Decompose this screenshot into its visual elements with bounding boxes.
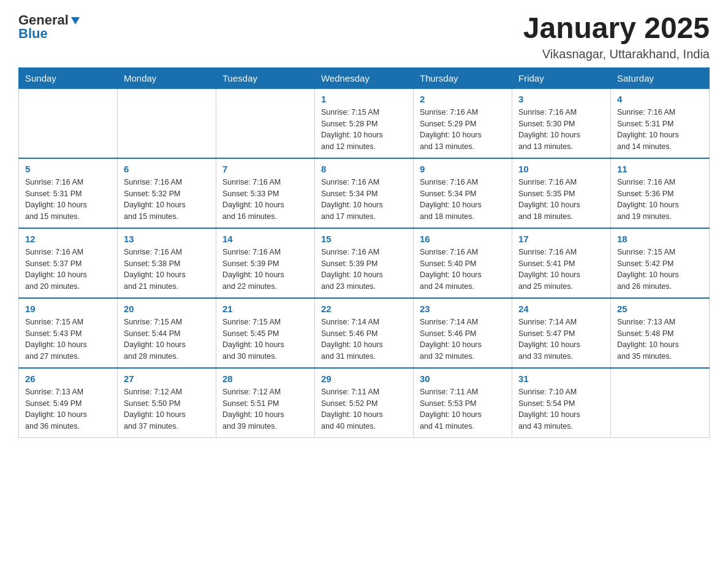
calendar-cell: 28Sunrise: 7:12 AMSunset: 5:51 PMDayligh…: [216, 368, 315, 438]
day-info: Sunrise: 7:16 AMSunset: 5:34 PMDaylight:…: [321, 177, 407, 223]
day-info: Sunrise: 7:12 AMSunset: 5:51 PMDaylight:…: [222, 386, 308, 432]
calendar-cell: [19, 88, 118, 158]
calendar-cell: 13Sunrise: 7:16 AMSunset: 5:38 PMDayligh…: [118, 228, 216, 298]
day-number: 28: [222, 373, 308, 384]
calendar-cell: 1Sunrise: 7:15 AMSunset: 5:28 PMDaylight…: [315, 88, 414, 158]
day-number: 10: [518, 164, 604, 174]
calendar-cell: [216, 88, 315, 158]
calendar-cell: 20Sunrise: 7:15 AMSunset: 5:44 PMDayligh…: [118, 298, 216, 368]
day-info: Sunrise: 7:14 AMSunset: 5:47 PMDaylight:…: [518, 316, 604, 362]
calendar-cell: 26Sunrise: 7:13 AMSunset: 5:49 PMDayligh…: [19, 368, 118, 438]
calendar-cell: 29Sunrise: 7:11 AMSunset: 5:52 PMDayligh…: [315, 368, 414, 438]
calendar-cell: [118, 88, 216, 158]
calendar-cell: 14Sunrise: 7:16 AMSunset: 5:39 PMDayligh…: [216, 228, 315, 298]
calendar-week-row: 12Sunrise: 7:16 AMSunset: 5:37 PMDayligh…: [19, 228, 710, 298]
calendar-week-row: 19Sunrise: 7:15 AMSunset: 5:43 PMDayligh…: [19, 298, 710, 368]
day-number: 7: [222, 164, 308, 174]
day-number: 6: [124, 164, 210, 174]
day-number: 5: [25, 164, 111, 174]
day-number: 27: [124, 373, 210, 384]
calendar-cell: 3Sunrise: 7:16 AMSunset: 5:30 PMDaylight…: [512, 88, 611, 158]
day-info: Sunrise: 7:16 AMSunset: 5:30 PMDaylight:…: [518, 107, 604, 153]
weekday-header-monday: Monday: [118, 67, 216, 88]
day-info: Sunrise: 7:15 AMSunset: 5:43 PMDaylight:…: [25, 316, 111, 362]
day-info: Sunrise: 7:13 AMSunset: 5:48 PMDaylight:…: [617, 316, 703, 362]
day-number: 22: [321, 304, 407, 314]
calendar-cell: 10Sunrise: 7:16 AMSunset: 5:35 PMDayligh…: [512, 158, 611, 228]
title-section: January 2025 Vikasnagar, Uttarakhand, In…: [523, 12, 710, 61]
calendar-cell: [611, 368, 710, 438]
day-info: Sunrise: 7:16 AMSunset: 5:34 PMDaylight:…: [420, 177, 506, 223]
calendar-cell: 4Sunrise: 7:16 AMSunset: 5:31 PMDaylight…: [611, 88, 710, 158]
calendar-cell: 7Sunrise: 7:16 AMSunset: 5:33 PMDaylight…: [216, 158, 315, 228]
day-info: Sunrise: 7:16 AMSunset: 5:40 PMDaylight:…: [420, 247, 506, 293]
weekday-header-wednesday: Wednesday: [315, 67, 414, 88]
day-number: 1: [321, 94, 407, 104]
calendar-cell: 17Sunrise: 7:16 AMSunset: 5:41 PMDayligh…: [512, 228, 611, 298]
calendar-cell: 12Sunrise: 7:16 AMSunset: 5:37 PMDayligh…: [19, 228, 118, 298]
day-info: Sunrise: 7:16 AMSunset: 5:39 PMDaylight:…: [222, 247, 308, 293]
day-number: 17: [518, 234, 604, 244]
calendar-title: January 2025: [523, 12, 710, 45]
day-number: 21: [222, 304, 308, 314]
day-info: Sunrise: 7:16 AMSunset: 5:31 PMDaylight:…: [617, 107, 703, 153]
day-info: Sunrise: 7:13 AMSunset: 5:49 PMDaylight:…: [25, 386, 111, 432]
day-number: 12: [25, 234, 111, 244]
day-number: 2: [420, 94, 506, 104]
calendar-cell: 15Sunrise: 7:16 AMSunset: 5:39 PMDayligh…: [315, 228, 414, 298]
day-info: Sunrise: 7:16 AMSunset: 5:29 PMDaylight:…: [420, 107, 506, 153]
calendar-week-row: 26Sunrise: 7:13 AMSunset: 5:49 PMDayligh…: [19, 368, 710, 438]
calendar-cell: 9Sunrise: 7:16 AMSunset: 5:34 PMDaylight…: [414, 158, 512, 228]
day-number: 9: [420, 164, 506, 174]
calendar-cell: 25Sunrise: 7:13 AMSunset: 5:48 PMDayligh…: [611, 298, 710, 368]
weekday-header-tuesday: Tuesday: [216, 67, 315, 88]
calendar-cell: 22Sunrise: 7:14 AMSunset: 5:46 PMDayligh…: [315, 298, 414, 368]
day-number: 26: [25, 373, 111, 384]
day-number: 8: [321, 164, 407, 174]
page-header: General Blue January 2025 Vikasnagar, Ut…: [18, 12, 710, 61]
calendar-cell: 16Sunrise: 7:16 AMSunset: 5:40 PMDayligh…: [414, 228, 512, 298]
day-number: 23: [420, 304, 506, 314]
weekday-header-saturday: Saturday: [611, 67, 710, 88]
calendar-cell: 30Sunrise: 7:11 AMSunset: 5:53 PMDayligh…: [414, 368, 512, 438]
svg-marker-0: [71, 17, 80, 25]
day-number: 25: [617, 304, 703, 314]
day-number: 18: [617, 234, 703, 244]
day-info: Sunrise: 7:16 AMSunset: 5:31 PMDaylight:…: [25, 177, 111, 223]
day-number: 31: [518, 373, 604, 384]
day-info: Sunrise: 7:11 AMSunset: 5:53 PMDaylight:…: [420, 386, 506, 432]
day-info: Sunrise: 7:16 AMSunset: 5:35 PMDaylight:…: [518, 177, 604, 223]
day-number: 4: [617, 94, 703, 104]
calendar-cell: 27Sunrise: 7:12 AMSunset: 5:50 PMDayligh…: [118, 368, 216, 438]
day-number: 11: [617, 164, 703, 174]
day-info: Sunrise: 7:12 AMSunset: 5:50 PMDaylight:…: [124, 386, 210, 432]
day-info: Sunrise: 7:16 AMSunset: 5:37 PMDaylight:…: [25, 247, 111, 293]
weekday-header-sunday: Sunday: [19, 67, 118, 88]
weekday-header-thursday: Thursday: [414, 67, 512, 88]
day-number: 16: [420, 234, 506, 244]
calendar-cell: 31Sunrise: 7:10 AMSunset: 5:54 PMDayligh…: [512, 368, 611, 438]
calendar-cell: 8Sunrise: 7:16 AMSunset: 5:34 PMDaylight…: [315, 158, 414, 228]
day-info: Sunrise: 7:15 AMSunset: 5:42 PMDaylight:…: [617, 247, 703, 293]
day-info: Sunrise: 7:14 AMSunset: 5:46 PMDaylight:…: [321, 316, 407, 362]
day-number: 3: [518, 94, 604, 104]
calendar-cell: 23Sunrise: 7:14 AMSunset: 5:46 PMDayligh…: [414, 298, 512, 368]
logo-triangle-icon: [70, 15, 81, 26]
day-number: 24: [518, 304, 604, 314]
weekday-header-friday: Friday: [512, 67, 611, 88]
calendar-cell: 19Sunrise: 7:15 AMSunset: 5:43 PMDayligh…: [19, 298, 118, 368]
day-number: 15: [321, 234, 407, 244]
calendar-week-row: 1Sunrise: 7:15 AMSunset: 5:28 PMDaylight…: [19, 88, 710, 158]
calendar-cell: 21Sunrise: 7:15 AMSunset: 5:45 PMDayligh…: [216, 298, 315, 368]
calendar-cell: 18Sunrise: 7:15 AMSunset: 5:42 PMDayligh…: [611, 228, 710, 298]
day-number: 19: [25, 304, 111, 314]
day-info: Sunrise: 7:15 AMSunset: 5:44 PMDaylight:…: [124, 316, 210, 362]
day-number: 20: [124, 304, 210, 314]
day-number: 13: [124, 234, 210, 244]
calendar-cell: 11Sunrise: 7:16 AMSunset: 5:36 PMDayligh…: [611, 158, 710, 228]
day-number: 14: [222, 234, 308, 244]
day-number: 30: [420, 373, 506, 384]
day-info: Sunrise: 7:15 AMSunset: 5:28 PMDaylight:…: [321, 107, 407, 153]
day-info: Sunrise: 7:14 AMSunset: 5:46 PMDaylight:…: [420, 316, 506, 362]
calendar-week-row: 5Sunrise: 7:16 AMSunset: 5:31 PMDaylight…: [19, 158, 710, 228]
